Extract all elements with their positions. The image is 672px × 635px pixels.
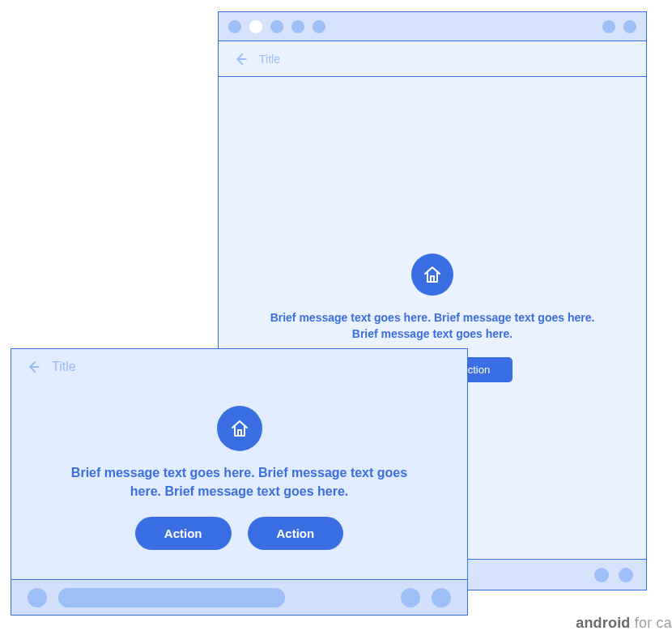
status-dot <box>291 20 304 33</box>
status-dots-left <box>228 20 325 33</box>
watermark: android for ca <box>576 615 672 632</box>
system-nav-bar <box>11 579 467 615</box>
page-title: Title <box>52 360 76 374</box>
action-button-1[interactable]: Action <box>135 517 232 550</box>
action-row: Action Action <box>135 517 343 550</box>
status-dot <box>623 20 636 33</box>
message-panel: Brief message text goes here. Brief mess… <box>11 385 467 579</box>
status-dot <box>228 20 241 33</box>
app-header: Title <box>219 41 646 77</box>
action-button-2[interactable]: Action <box>248 517 344 550</box>
nav-dot[interactable] <box>594 568 609 582</box>
status-dot <box>270 20 283 33</box>
status-dots-right <box>602 20 636 33</box>
status-dot <box>602 20 615 33</box>
status-dot-active <box>249 20 262 33</box>
watermark-brand: android <box>576 615 630 631</box>
home-icon <box>411 254 453 296</box>
status-bar <box>219 12 646 41</box>
phone-landscape-wireframe-frame: Title Brief message text goes here. Brie… <box>11 348 468 616</box>
page-title: Title <box>259 53 280 66</box>
message-text: Brief message text goes here. Brief mess… <box>62 464 418 501</box>
nav-circle[interactable] <box>432 588 451 607</box>
nav-pill[interactable] <box>58 588 285 607</box>
message-text: Brief message text goes here. Brief mess… <box>262 310 602 342</box>
back-arrow-icon[interactable] <box>233 52 248 66</box>
watermark-suffix: for ca <box>631 615 672 631</box>
nav-circle[interactable] <box>28 588 47 607</box>
back-arrow-icon[interactable] <box>26 360 40 374</box>
nav-dot[interactable] <box>619 568 633 582</box>
nav-circle[interactable] <box>401 588 420 607</box>
app-header: Title <box>11 349 467 385</box>
status-dot <box>313 20 325 33</box>
home-icon <box>217 406 262 451</box>
